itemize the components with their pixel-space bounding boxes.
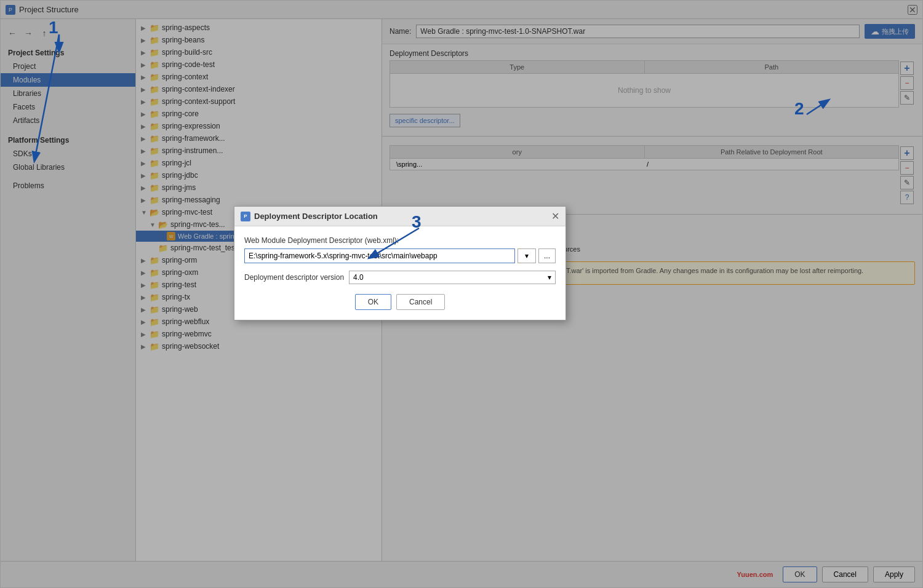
modal-ok-btn[interactable]: OK bbox=[355, 294, 391, 310]
modal-title-bar: P Deployment Descriptor Location ✕ bbox=[234, 207, 565, 226]
modal-version-display: 4.0 ▾ bbox=[349, 271, 556, 284]
main-window: P Project Structure ✕ ← → ↑ Project Sett… bbox=[0, 0, 923, 588]
modal-browse-btn[interactable]: ... bbox=[538, 248, 556, 263]
modal-title-left: P Deployment Descriptor Location bbox=[241, 212, 378, 221]
modal-cancel-btn[interactable]: Cancel bbox=[396, 294, 445, 310]
modal-input-row: ▾ ... bbox=[244, 248, 556, 263]
modal-dropdown-btn[interactable]: ▾ bbox=[517, 248, 536, 263]
modal-dialog: P Deployment Descriptor Location ✕ Web M… bbox=[234, 206, 566, 320]
modal-body: Web Module Deployment Descriptor (web.xm… bbox=[234, 226, 565, 320]
modal-path-input[interactable] bbox=[244, 248, 515, 263]
modal-title-icon: P bbox=[241, 212, 250, 221]
modal-buttons: OK Cancel bbox=[244, 294, 556, 310]
modal-version-row: Deployment descriptor version 4.0 ▾ bbox=[244, 271, 556, 284]
modal-overlay[interactable]: P Deployment Descriptor Location ✕ Web M… bbox=[1, 1, 922, 587]
modal-title: Deployment Descriptor Location bbox=[254, 212, 378, 221]
modal-field-label: Web Module Deployment Descriptor (web.xm… bbox=[244, 236, 556, 245]
modal-close-btn[interactable]: ✕ bbox=[551, 210, 559, 222]
version-dropdown-arrow: ▾ bbox=[548, 273, 551, 282]
modal-version-label: Deployment descriptor version bbox=[244, 273, 344, 282]
